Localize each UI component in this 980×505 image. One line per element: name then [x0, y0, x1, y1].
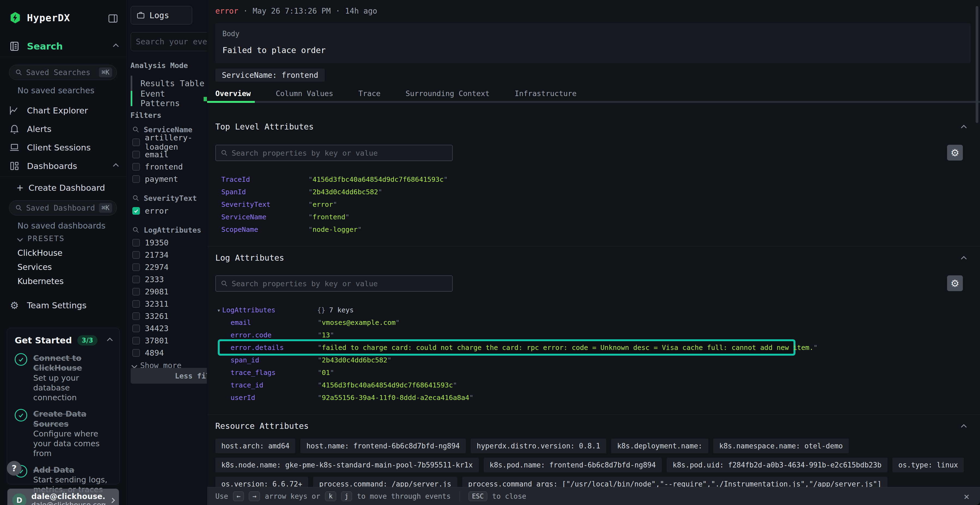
resource-chip[interactable]: k8s.namespace.name: otel-demo — [713, 438, 849, 453]
checkbox-unchecked[interactable] — [132, 151, 140, 158]
presets-toggle[interactable]: PRESETS — [18, 235, 65, 243]
attribute-key[interactable]: LogAttributes — [222, 306, 275, 314]
checkbox-checked[interactable] — [132, 207, 140, 215]
saved-searches-input[interactable] — [26, 68, 95, 77]
checkbox-unchecked[interactable] — [132, 325, 140, 332]
filter-option[interactable]: 2333 — [132, 273, 220, 286]
gear-button[interactable]: ⚙ — [947, 275, 963, 291]
filter-option[interactable]: 4894 — [132, 347, 220, 359]
attribute-row[interactable]: error.code "13" — [231, 329, 968, 341]
filter-option[interactable]: 34423 — [132, 322, 220, 334]
attribute-key[interactable]: email — [231, 319, 318, 327]
get-started-item[interactable]: Connect to ClickHouse Set up your databa… — [7, 353, 119, 402]
log-attributes-tree-root[interactable]: ▾LogAttributes {}7 keys — [217, 304, 968, 316]
checkbox-unchecked[interactable] — [132, 288, 140, 295]
checkbox-unchecked[interactable] — [132, 163, 140, 171]
attribute-value[interactable]: vmoses@example.com — [322, 319, 396, 327]
source-select[interactable]: Logs — [130, 6, 192, 24]
attribute-row[interactable]: SpanId "2b43d0c4dd6bc582" — [221, 186, 956, 198]
user-menu[interactable]: D dale@clickhouse.com dale@clickhouse.co… — [7, 489, 119, 505]
checkbox-unchecked[interactable] — [132, 175, 140, 183]
chevron-up-icon[interactable] — [113, 163, 119, 169]
key-esc[interactable]: ESC — [468, 491, 487, 501]
filter-option[interactable]: 32311 — [132, 298, 220, 310]
mode-event-patterns[interactable]: Event Patterns — [130, 91, 207, 106]
filter-group-severitytext[interactable]: SeverityText — [132, 192, 220, 205]
tab-surrounding-context[interactable]: Surrounding Context — [406, 89, 490, 101]
key-arrow-right[interactable]: → — [249, 491, 260, 501]
preset-clickhouse[interactable]: ClickHouse — [18, 248, 63, 258]
collapse-sidebar-icon[interactable] — [108, 13, 118, 24]
saved-dashboards-search[interactable]: ⌘K — [9, 200, 117, 216]
attribute-row[interactable]: span_id "2b43d0c4dd6bc582" — [231, 354, 968, 366]
log-attributes-search[interactable] — [215, 275, 453, 292]
scrollbar-thumb[interactable] — [976, 6, 978, 123]
attribute-row[interactable]: ScopeName "node-logger" — [221, 223, 956, 236]
attribute-key[interactable]: ServiceName — [221, 213, 309, 221]
attribute-key[interactable]: error.code — [231, 331, 318, 339]
chevron-up-icon[interactable] — [961, 424, 967, 430]
resource-chip[interactable]: k8s.node.name: gke-pme-k8s-standard-main… — [215, 458, 479, 472]
resource-chip[interactable]: host.name: frontend-6b6c8d7bfd-ng894 — [300, 438, 466, 453]
attribute-row[interactable]: trace_id "4156d3fbc40a64854d9dc7f6864159… — [231, 379, 968, 391]
attribute-key[interactable]: ScopeName — [221, 226, 309, 233]
preset-kubernetes[interactable]: Kubernetes — [18, 276, 64, 286]
checkbox-unchecked[interactable] — [132, 300, 140, 308]
filter-option[interactable]: 21734 — [132, 249, 220, 261]
resource-chip[interactable]: k8s.pod.uid: f284fb2d-a0b3-4634-991b-e2c… — [667, 458, 888, 472]
sidebar-item-team-settings[interactable]: ⚙ Team Settings — [9, 298, 87, 313]
attribute-row[interactable]: SeverityText "error" — [221, 198, 956, 211]
resource-chip[interactable]: hyperdx.distro.version: 0.8.1 — [471, 438, 606, 453]
sidebar-item-search[interactable]: Search — [9, 41, 118, 52]
attribute-key[interactable]: error.details — [231, 344, 318, 351]
sidebar-item-chart-explorer[interactable]: Chart Explorer — [9, 103, 118, 118]
key-k[interactable]: k — [325, 491, 336, 501]
attribute-row[interactable]: email "vmoses@example.com" — [231, 316, 968, 329]
tab-overview[interactable]: Overview — [215, 89, 251, 101]
filter-option[interactable]: 19350 — [132, 237, 220, 249]
saved-searches-search[interactable]: ⌘K — [9, 65, 117, 80]
gear-button[interactable]: ⚙ — [947, 145, 963, 160]
body-card[interactable]: Body Failed to place order — [215, 23, 971, 63]
log-attributes-search-input[interactable] — [232, 279, 447, 288]
filter-option[interactable]: error — [132, 205, 220, 217]
tab-trace[interactable]: Trace — [358, 89, 380, 101]
key-arrow-left[interactable]: ← — [233, 491, 244, 501]
filter-option[interactable]: artillery-loadgen — [132, 136, 220, 148]
attribute-key[interactable]: SeverityText — [221, 200, 309, 208]
sidebar-item-alerts[interactable]: Alerts — [9, 121, 118, 137]
event-search-input[interactable] — [136, 37, 215, 46]
checkbox-unchecked[interactable] — [132, 251, 140, 259]
resource-chip[interactable]: host.arch: amd64 — [215, 438, 295, 453]
attribute-row[interactable]: userId "92a55156-39a4-11f0-8ddd-a2eca416… — [231, 391, 968, 404]
checkbox-unchecked[interactable] — [132, 337, 140, 345]
attribute-row[interactable]: trace_flags "01" — [231, 366, 968, 379]
chevron-up-icon[interactable] — [107, 337, 113, 343]
saved-dashboards-input[interactable] — [26, 203, 95, 213]
attribute-key[interactable]: TraceId — [221, 176, 309, 183]
checkbox-unchecked[interactable] — [132, 312, 140, 320]
sidebar-item-dashboards[interactable]: Dashboards — [9, 158, 118, 173]
top-attributes-search-input[interactable] — [232, 149, 447, 157]
checkbox-unchecked[interactable] — [132, 138, 140, 146]
chevron-up-icon[interactable] — [113, 43, 119, 49]
resource-chip[interactable]: os.type: linux — [892, 458, 964, 472]
checkbox-unchecked[interactable] — [132, 264, 140, 271]
filter-option[interactable]: 33261 — [132, 310, 220, 322]
top-attributes-search[interactable] — [215, 145, 453, 161]
filter-group-logattributes[interactable]: LogAttributes — [132, 223, 220, 237]
attribute-key[interactable]: userId — [231, 394, 318, 402]
chevron-up-icon[interactable] — [961, 256, 967, 262]
attribute-value[interactable]: frontend — [312, 213, 345, 221]
get-started-item[interactable]: Create Data Sources Configure where your… — [7, 409, 119, 458]
close-icon[interactable]: ✕ — [964, 491, 969, 502]
mode-results-table[interactable]: Results Table — [130, 76, 207, 91]
tab-column-values[interactable]: Column Values — [276, 89, 333, 101]
tree-caret-icon[interactable]: ▾ — [217, 307, 221, 314]
checkbox-unchecked[interactable] — [132, 349, 140, 357]
service-name-tag[interactable]: ServiceName: frontend — [215, 68, 325, 82]
attribute-row[interactable]: TraceId "4156d3fbc40a64854d9dc7f68641593… — [221, 173, 956, 186]
chevron-up-icon[interactable] — [961, 125, 967, 130]
attribute-value[interactable]: 13 — [322, 331, 330, 339]
attribute-value[interactable]: 92a55156-39a4-11f0-8ddd-a2eca416a8a4 — [322, 394, 469, 402]
